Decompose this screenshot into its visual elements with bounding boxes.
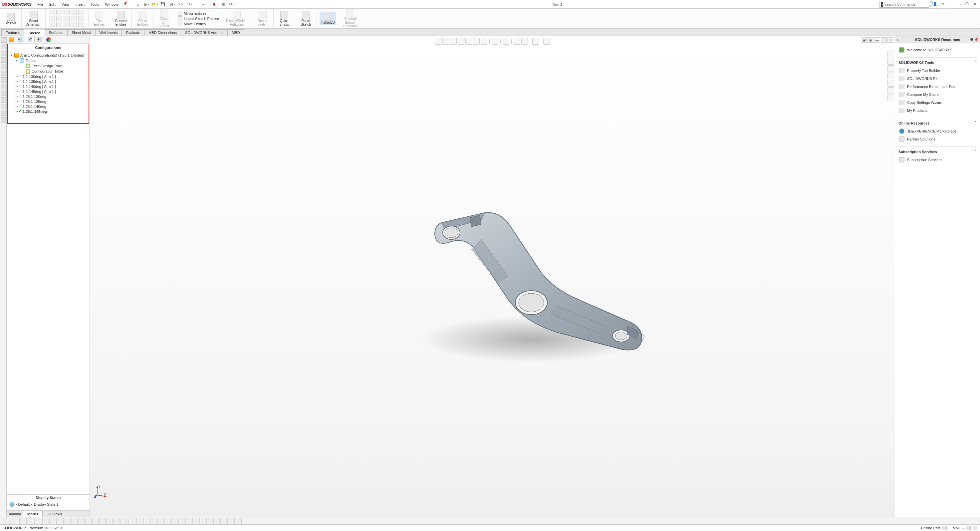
tab-weldments[interactable]: Weldments	[95, 29, 122, 36]
viewport-button[interactable]: ▣	[867, 37, 873, 43]
config-item[interactable]: 1:1-135deg [ Arm 1 ]	[23, 79, 56, 84]
bottom-tool-icon[interactable]	[152, 518, 158, 524]
new-button[interactable]: 🗎	[143, 1, 150, 8]
view-tool-icon[interactable]	[458, 38, 465, 45]
display-delete-relations-button[interactable]: Display/Delete Relations	[225, 10, 249, 27]
rail-icon[interactable]	[1, 57, 6, 63]
model-tab[interactable]: Model	[23, 511, 42, 517]
dimxpert-manager-tab[interactable]: ✦	[35, 36, 44, 43]
rail-icon[interactable]	[1, 77, 6, 83]
taskpane-tab-icon[interactable]	[888, 80, 894, 87]
viewport-maximize[interactable]: ❐	[881, 37, 887, 43]
rail-icon[interactable]	[1, 71, 6, 76]
bottom-tool-icon[interactable]	[208, 518, 214, 524]
rail-icon[interactable]	[1, 91, 6, 96]
rapid-sketch-button[interactable]: Rapid Sketch	[298, 10, 314, 27]
status-icon[interactable]	[973, 526, 977, 530]
property-tab-builder-link[interactable]: Property Tab Builder	[899, 67, 977, 75]
config-root-label[interactable]: Arm 1 Configuration(s) (1.25:1-145deg)	[20, 53, 84, 57]
tab-surfaces[interactable]: Surfaces	[45, 29, 68, 36]
menu-insert[interactable]: Insert	[73, 2, 87, 7]
subscription-services-link[interactable]: Subscription Services	[899, 156, 977, 164]
solidworks-rx-link[interactable]: SOLIDWORKS Rx	[899, 75, 977, 83]
view-tool-icon[interactable]	[543, 38, 550, 45]
bottom-tool-icon[interactable]	[72, 518, 78, 524]
view-tool-icon[interactable]	[521, 38, 528, 45]
config-item[interactable]: 1:1-140deg [ Arm 1 ]	[23, 84, 56, 89]
save-button[interactable]: 💾	[160, 1, 167, 8]
bottom-tool-icon[interactable]	[222, 518, 228, 524]
config-item[interactable]: 1.25:1-130deg	[23, 95, 46, 99]
bottom-tool-icon[interactable]	[2, 518, 8, 524]
rail-icon[interactable]	[1, 64, 6, 69]
rail-icon[interactable]	[1, 37, 6, 43]
config-item[interactable]: 1:1-145deg [ Arm 1 ]	[23, 89, 56, 94]
offset-on-surface-button[interactable]: Offset On Surface	[156, 8, 172, 29]
partner-solutions-link[interactable]: Partner Solutions	[899, 135, 977, 143]
tables-folder[interactable]: Tables	[25, 59, 36, 63]
sketch-button[interactable]: Sketch	[3, 12, 19, 25]
sketch-entities-grid[interactable]	[48, 10, 86, 28]
search-input[interactable]	[884, 2, 930, 6]
bottom-tool-icon[interactable]	[166, 518, 172, 524]
tab-features[interactable]: Features	[2, 29, 24, 36]
config-item[interactable]: 1:1-130deg [ Arm 1 ]	[23, 75, 56, 79]
marketplace-link[interactable]: 3DEXPERIENCE Marketplace	[899, 127, 977, 135]
redo-button[interactable]: ↷	[186, 1, 193, 8]
help-button[interactable]: ?	[940, 2, 946, 7]
instant2d-button[interactable]: Instant2D	[320, 12, 337, 25]
smart-dimension-button[interactable]: Smart Dimension	[24, 10, 43, 27]
orientation-triad[interactable]: Y X Z	[94, 485, 107, 498]
config-item[interactable]: 1.25:1-140deg	[23, 105, 46, 108]
viewport-minimize[interactable]: —	[874, 37, 880, 43]
menu-window[interactable]: Window	[103, 2, 121, 7]
menu-edit[interactable]: Edit	[46, 2, 58, 7]
tab-nav-icons[interactable]	[9, 513, 21, 515]
bottom-tool-icon[interactable]	[121, 518, 126, 524]
status-icon[interactable]	[942, 526, 947, 530]
graphics-viewport[interactable]: ▣ ▣ — ❐ ✕	[90, 36, 895, 517]
rail-icon[interactable]	[1, 117, 6, 122]
taskpane-pin-icon[interactable]: 📌	[974, 37, 978, 41]
view-tool-icon[interactable]	[450, 38, 457, 45]
menu-view[interactable]: View	[59, 2, 72, 7]
configuration-table[interactable]: Configuration Table	[32, 69, 63, 73]
repair-sketch-button[interactable]: Repair Sketch	[255, 10, 270, 27]
view-tool-icon[interactable]	[514, 38, 520, 45]
select-button[interactable]: ▭	[199, 1, 206, 8]
rebuild-button[interactable]: ⬮	[211, 1, 218, 8]
bottom-tool-icon[interactable]	[100, 518, 105, 524]
bottom-tool-icon[interactable]	[187, 518, 193, 524]
settings-button[interactable]: ⚙	[228, 1, 235, 8]
bottom-tool-icon[interactable]	[19, 518, 25, 524]
view-tool-icon[interactable]	[435, 38, 441, 45]
bottom-tool-icon[interactable]	[194, 518, 200, 524]
bottom-tool-icon[interactable]	[51, 518, 57, 524]
view-tool-icon[interactable]	[481, 38, 487, 45]
expand-icon[interactable]: ▾	[10, 54, 13, 57]
view-tool-icon[interactable]	[532, 38, 539, 45]
view-tool-icon[interactable]	[442, 38, 449, 45]
rail-icon[interactable]	[1, 44, 6, 49]
tab-addins[interactable]: SOLIDWORKS Add-Ins	[181, 29, 228, 36]
property-manager-tab[interactable]: ≡	[16, 36, 25, 43]
taskpane-tab-icon[interactable]	[888, 73, 894, 79]
offset-entities-button[interactable]: Offset Entities	[135, 10, 151, 27]
view-tool-icon[interactable]	[492, 38, 498, 45]
tools-section-header[interactable]: SOLIDWORKS Tools˄	[899, 60, 977, 67]
minimize-button[interactable]: —	[948, 2, 954, 7]
bottom-tool-icon[interactable]	[65, 518, 71, 524]
bottom-tool-icon[interactable]	[138, 518, 144, 524]
online-section-header[interactable]: Online Resources˄	[899, 120, 977, 127]
tab-evaluate[interactable]: Evaluate	[121, 29, 145, 36]
view-tool-icon[interactable]	[503, 38, 509, 45]
my-products-link[interactable]: My Products	[899, 107, 977, 114]
bottom-tool-icon[interactable]	[159, 518, 165, 524]
linear-pattern-button[interactable]: Linear Sketch Pattern	[178, 16, 219, 21]
taskpane-tab-icon[interactable]	[888, 87, 894, 94]
bottom-tool-icon[interactable]	[215, 518, 221, 524]
status-units[interactable]: MMGS	[953, 526, 964, 530]
status-icon[interactable]	[966, 526, 971, 530]
welcome-link[interactable]: ⌂Welcome to SOLIDWORKS	[899, 46, 977, 54]
home-button[interactable]: ⌂	[134, 1, 142, 8]
